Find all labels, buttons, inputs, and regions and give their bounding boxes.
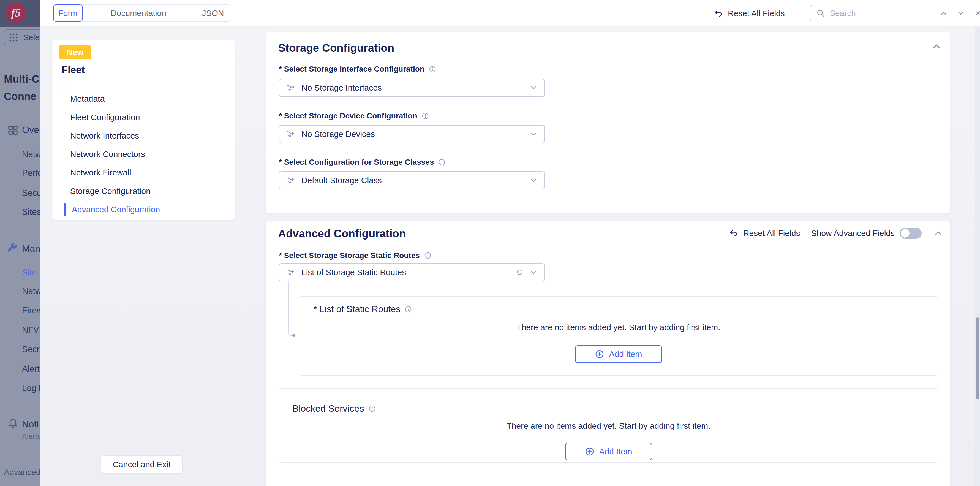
refresh-icon[interactable]: [515, 268, 524, 276]
storage-device-label: * Select Storage Device Configuration: [279, 112, 417, 120]
storage-device-dropdown[interactable]: No Storage Devices: [279, 125, 545, 143]
blocked-services-title: Blocked Services: [292, 403, 364, 414]
tab-documentation[interactable]: Documentation: [82, 5, 195, 22]
add-item-button[interactable]: Add Item: [565, 443, 652, 460]
search-input[interactable]: [829, 8, 929, 18]
scrollbar-thumb[interactable]: [975, 317, 979, 399]
wizard-nav-storage-configuration[interactable]: Storage Configuration: [70, 186, 160, 196]
advanced-configuration-card: Advanced Configuration Reset All Fields …: [266, 221, 950, 486]
add-item-label: Add Item: [609, 349, 642, 359]
storage-section-title: Storage Configuration: [278, 42, 394, 54]
wizard-nav-advanced-configuration[interactable]: Advanced Configuration: [70, 205, 160, 215]
plus-circle-icon: [585, 447, 595, 457]
advanced-section-title: Advanced Configuration: [278, 228, 406, 240]
search-prev-button[interactable]: [937, 6, 950, 20]
sidebar-item-performance: Perfo: [22, 168, 40, 178]
advanced-section-controls: Reset All Fields Show Advanced Fields: [729, 224, 943, 242]
info-icon[interactable]: [438, 158, 446, 166]
dropdown-value: List of Storage Static Routes: [301, 268, 509, 277]
sidebar-item-log: Log N: [22, 383, 40, 393]
add-item-label: Add Item: [599, 447, 632, 456]
search-separator: [933, 8, 933, 18]
storage-interface-label: * Select Storage Interface Configuration: [279, 65, 425, 73]
caret-notch-icon: [61, 82, 68, 89]
f5-logo: f5: [6, 3, 26, 23]
info-icon[interactable]: [404, 305, 412, 313]
tab-json[interactable]: JSON: [195, 5, 231, 22]
cancel-and-exit-button[interactable]: Cancel and Exit: [101, 455, 183, 474]
sidebar-title: Multi-C Conne: [4, 70, 39, 105]
view-tabs: Form Documentation JSON: [53, 5, 231, 22]
static-routes-list-title-row: * List of Static Routes: [313, 304, 412, 314]
info-icon[interactable]: [368, 405, 376, 413]
dropdown-value: No Storage Interfaces: [301, 83, 523, 92]
chevron-down-icon: [529, 268, 538, 276]
select-type-icon: [286, 129, 295, 139]
wizard-content: New Fleet Metadata Fleet Configuration N…: [40, 27, 980, 486]
sidebar-item-networking: Netw: [22, 286, 40, 296]
sidebar-item-sites: Sites: [22, 207, 40, 217]
sidebar-item-firewall: Firew: [22, 306, 40, 316]
select-service-button: Sele: [4, 29, 40, 45]
chevron-down-icon: [956, 9, 965, 18]
search-close-button[interactable]: [971, 6, 980, 20]
advanced-reset-label: Reset All Fields: [743, 229, 800, 238]
storage-classes-label: * Select Configuration for Storage Class…: [279, 158, 434, 167]
field-label: * Select Storage Device Configuration: [279, 111, 430, 121]
wizard-nav-network-interfaces[interactable]: Network Interfaces: [70, 131, 160, 141]
wizard-nav-fleet-configuration[interactable]: Fleet Configuration: [70, 112, 160, 122]
show-advanced-fields-toggle[interactable]: [900, 228, 922, 239]
sidebar-group-manage: Man: [22, 243, 40, 254]
reset-all-fields-label: Reset All Fields: [728, 9, 785, 18]
sidebar-divider: [0, 230, 40, 230]
sidebar-advanced-label: Advanced: [4, 468, 40, 477]
search-icon: [816, 8, 825, 18]
nested-connector-line: [288, 281, 294, 336]
empty-list-message: There are no items added yet. Start by a…: [299, 323, 938, 332]
scrollbar-track[interactable]: [975, 27, 980, 486]
tab-form[interactable]: Form: [53, 5, 83, 22]
wizard-nav-metadata[interactable]: Metadata: [70, 94, 160, 104]
screen: f5 Sele Multi-C Conne Ove Netw Perfo Sec…: [0, 0, 980, 486]
undo-icon: [713, 8, 723, 18]
plus-circle-icon: [595, 349, 605, 359]
chevron-down-icon: [529, 84, 538, 92]
search-next-button[interactable]: [954, 6, 967, 20]
sidebar-group-overview: Ove: [22, 124, 39, 135]
sidebar-title-line1: Multi-C: [4, 70, 39, 88]
info-icon[interactable]: [421, 112, 430, 120]
sidebar-item-alerts: Alert: [22, 364, 40, 374]
wizard-nav-network-firewall[interactable]: Network Firewall: [70, 168, 160, 178]
sidebar-item-security: Secu: [22, 188, 40, 198]
storage-classes-dropdown[interactable]: Default Storage Class: [279, 171, 545, 190]
info-icon[interactable]: [428, 65, 437, 73]
add-item-button[interactable]: Add Item: [575, 345, 662, 363]
wizard-nav-network-connectors[interactable]: Network Connectors: [70, 149, 160, 159]
logo-box: f5: [0, 0, 40, 27]
overview-grid-icon: [7, 124, 19, 136]
app-sidebar: f5 Sele Multi-C Conne Ove Netw Perfo Sec…: [0, 0, 40, 486]
sidebar-item-network: Netw: [22, 150, 40, 159]
wizard-nav-divider: [52, 86, 235, 86]
chevron-down-icon: [529, 130, 538, 138]
blocked-services-card: Blocked Services There are no items adde…: [279, 388, 938, 463]
static-routes-dropdown[interactable]: List of Storage Static Routes: [279, 263, 545, 281]
reset-all-fields-button[interactable]: Reset All Fields: [713, 0, 785, 27]
sidebar-title-line2: Conne: [4, 88, 39, 105]
info-icon[interactable]: [424, 252, 432, 260]
storage-collapse-button[interactable]: [931, 41, 942, 52]
close-icon: [974, 10, 980, 17]
advanced-reset-all-fields-button[interactable]: Reset All Fields: [729, 228, 800, 238]
show-advanced-fields-control: Show Advanced Fields: [811, 228, 922, 239]
chevron-up-icon: [933, 228, 943, 239]
storage-interface-dropdown[interactable]: No Storage Interfaces: [279, 79, 545, 97]
sidebar-notifications-label: Noti: [22, 419, 38, 430]
grid-9-icon: [8, 32, 19, 43]
advanced-collapse-button[interactable]: [933, 228, 943, 239]
field-label: * Select Storage Interface Configuration: [279, 64, 437, 74]
select-type-icon: [286, 268, 295, 277]
chevron-up-icon: [931, 41, 942, 52]
empty-list-message: There are no items added yet. Start by a…: [279, 421, 938, 431]
sidebar-item-nfv: NFV: [22, 325, 39, 335]
static-routes-list-card: * List of Static Routes There are no ite…: [299, 296, 938, 376]
